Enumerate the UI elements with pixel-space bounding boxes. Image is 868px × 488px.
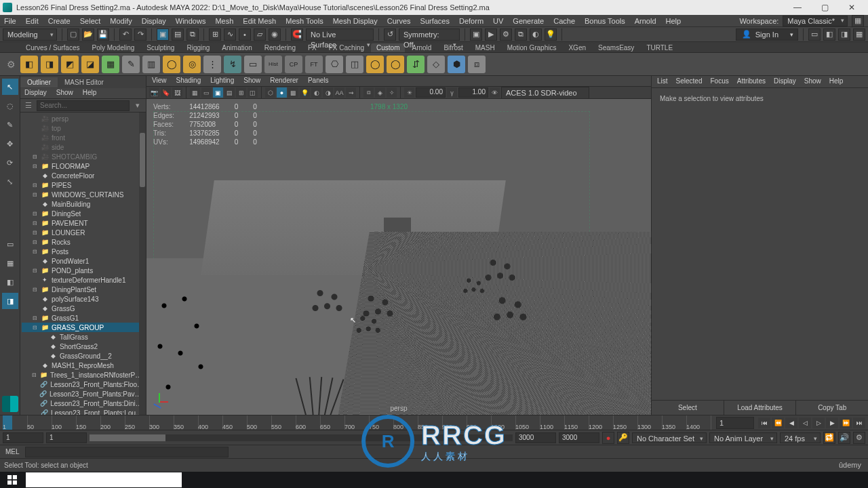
outliner-item[interactable]: 🔗Lesson23_Front_Plants:Pavement_Bas	[22, 389, 144, 399]
ae-copy-tab-button[interactable]: Copy Tab	[795, 401, 868, 415]
vp-icon-wireframe[interactable]: ⬡	[265, 87, 275, 98]
snap-curve-icon[interactable]: ∿	[224, 28, 236, 41]
outliner-item[interactable]: ◆MASH1_ReproMesh	[22, 361, 144, 370]
snap-plane-icon[interactable]: ▱	[254, 28, 266, 41]
start-button[interactable]	[0, 472, 24, 488]
outliner-item[interactable]: ⊟📁PAVEMENT	[22, 218, 144, 228]
workspace-grid-icon[interactable]: ▦	[852, 15, 864, 27]
vp-icon-shaded[interactable]: ●	[277, 87, 287, 98]
workspace-dropdown[interactable]: Maya Classic*	[783, 16, 848, 26]
shelf-btn-10[interactable]: ⋮	[203, 56, 221, 73]
outliner-item[interactable]: ⊟📁Posts	[22, 247, 144, 256]
shelf-tab[interactable]: Curves / Surfaces	[20, 43, 85, 52]
vp-icon-exposure[interactable]: ☀	[404, 87, 414, 98]
outliner-item[interactable]: ◆TallGrass	[22, 332, 144, 342]
outliner-item[interactable]: 🔗Lesson23_Front_Plants:Lounger	[22, 408, 144, 415]
light-editor-icon[interactable]: 💡	[545, 28, 557, 41]
select-by-component-icon[interactable]: ▤	[172, 28, 184, 41]
render-settings-icon[interactable]: ⚙	[500, 28, 512, 41]
outliner-item[interactable]: ◆ShortGrass2	[22, 342, 144, 351]
gamma-field[interactable]: 1.00	[458, 87, 488, 98]
history-toggle-icon[interactable]: ↺	[384, 28, 396, 41]
outliner-menu-help[interactable]: Help	[83, 89, 97, 98]
shelf-tab-active[interactable]: Custom	[371, 43, 405, 52]
menu-modify[interactable]: Modify	[110, 17, 132, 25]
shelf-tab[interactable]: MASH	[470, 43, 500, 52]
exposure-field[interactable]: 0.00	[416, 87, 446, 98]
outliner-menu-display[interactable]: Display	[24, 89, 47, 98]
redo-icon[interactable]: ↷	[134, 28, 146, 41]
ae-menu-help[interactable]: Help	[829, 77, 844, 86]
layout-3-icon[interactable]: ◨	[838, 28, 850, 41]
colorspace-dropdown[interactable]: ACES 1.0 SDR-video (sRGB)	[501, 87, 589, 99]
expand-toggle-icon[interactable]: ⊟	[31, 230, 38, 236]
shelf-btn-6[interactable]: ✎	[122, 56, 140, 73]
expand-toggle-icon[interactable]: ⊟	[31, 372, 37, 378]
current-frame-field[interactable]: 1	[716, 417, 754, 429]
range-end-field[interactable]: 3000	[559, 432, 599, 443]
step-forward-key-icon[interactable]: ⏩	[840, 418, 852, 428]
outliner-item[interactable]: ◆PondWater1	[22, 256, 144, 266]
vp-icon-safe-action[interactable]: ◫	[248, 87, 258, 98]
vp-icon-select-camera[interactable]: 📷	[149, 87, 159, 98]
outliner-item[interactable]: 🔗Lesson23_Front_Plants:FloorPlan	[22, 380, 144, 389]
range-slider[interactable]: 1 1 3000 3000 ● 🔑 No Character Set No An…	[0, 430, 868, 445]
outliner-scrollbar[interactable]	[139, 113, 146, 415]
outliner-item[interactable]: 🎥top	[22, 123, 144, 133]
menu-file[interactable]: File	[4, 17, 16, 25]
vp-icon-textured[interactable]: ▩	[288, 87, 298, 98]
menu-create[interactable]: Create	[48, 17, 71, 25]
vp-icon-grid[interactable]: ▦	[190, 87, 200, 98]
vp-icon-aa[interactable]: AA	[334, 87, 344, 98]
new-scene-icon[interactable]: ▢	[67, 28, 79, 41]
shelf-btn-21[interactable]: ⬢	[448, 56, 465, 73]
menu-arnold[interactable]: Arnold	[635, 17, 656, 25]
expand-toggle-icon[interactable]: ⊟	[31, 268, 38, 274]
search-input[interactable]	[37, 100, 130, 111]
vp-menu-lighting[interactable]: Lighting	[210, 77, 234, 85]
menu-mesh[interactable]: Mesh	[215, 17, 233, 25]
hypershade-icon[interactable]: ◐	[530, 28, 542, 41]
vp-icon-isolate[interactable]: ⧈	[363, 87, 374, 98]
lasso-tool-icon[interactable]: ◌	[2, 98, 18, 114]
live-surface-dropdown[interactable]: No Live Surface	[306, 28, 374, 41]
shelf-btn-15[interactable]: ⎔	[326, 56, 343, 73]
ae-menu-focus[interactable]: Focus	[710, 77, 728, 86]
ipr-render-icon[interactable]: ▶	[485, 28, 497, 41]
ae-menu-selected[interactable]: Selected	[676, 77, 703, 86]
vp-icon-view-transform[interactable]: 👁	[490, 87, 500, 98]
shelf-tab[interactable]: Motion Graphics	[502, 43, 562, 52]
outliner-item[interactable]: ⊟📁Trees_1_instanceRNfosterParent1	[22, 370, 144, 380]
vp-menu-view[interactable]: View	[152, 77, 167, 85]
step-back-icon[interactable]: ◀	[785, 418, 797, 428]
vp-menu-panels[interactable]: Panels	[308, 77, 329, 85]
shelf-btn-5[interactable]: ▦	[102, 56, 119, 73]
paint-select-tool-icon[interactable]: ✎	[2, 117, 18, 133]
range-bar[interactable]	[90, 434, 513, 441]
undo-icon[interactable]: ↶	[119, 28, 132, 41]
layout-single-icon[interactable]: ▭	[2, 236, 18, 252]
vp-icon-lights[interactable]: 💡	[300, 87, 310, 98]
shelf-tab[interactable]: Rendering	[259, 43, 301, 52]
outliner-item[interactable]: ⊟📁GrassG1	[22, 313, 144, 323]
vp-icon-gamma[interactable]: γ	[447, 87, 457, 98]
menu-uv[interactable]: UV	[493, 17, 503, 25]
playback-loop-icon[interactable]: 🔁	[823, 432, 835, 444]
scale-tool-icon[interactable]: ⤡	[2, 174, 18, 190]
range-inner-end-field[interactable]: 3000	[515, 432, 556, 443]
outliner-item[interactable]: ⊟🎥SHOTCAMBIG	[22, 152, 144, 161]
shelf-btn-19[interactable]: ⇵	[407, 56, 425, 73]
shelf-tab[interactable]: SeamsEasy	[593, 43, 639, 52]
play-back-icon[interactable]: ◁	[799, 418, 811, 428]
vp-icon-xray[interactable]: ◈	[375, 87, 385, 98]
vp-icon-film-gate[interactable]: ▭	[201, 87, 212, 98]
shelf-settings-icon[interactable]: ⚙	[4, 58, 18, 71]
menu-surfaces[interactable]: Surfaces	[420, 17, 450, 25]
outliner-tree[interactable]: 🎥persp🎥top🎥front🎥side⊟🎥SHOTCAMBIG⊟📁FLOOR…	[20, 113, 146, 415]
shelf-btn-17[interactable]: ◯	[366, 56, 384, 73]
expand-toggle-icon[interactable]: ⊟	[31, 325, 38, 331]
scrollbar-thumb[interactable]	[140, 133, 145, 187]
outliner-item[interactable]: 🎥side	[22, 142, 144, 152]
expand-toggle-icon[interactable]: ⊟	[31, 154, 38, 160]
play-forward-icon[interactable]: ▷	[812, 418, 825, 428]
